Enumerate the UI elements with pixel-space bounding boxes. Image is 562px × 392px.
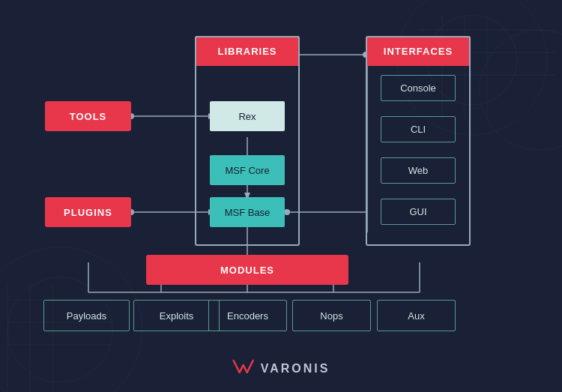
plugins-node: PLUGINS: [45, 197, 131, 227]
varonis-v-icon: [232, 359, 255, 379]
rex-node: Rex: [210, 101, 285, 131]
web-node: Web: [381, 157, 456, 184]
msf-base-node: MSF Base: [210, 197, 285, 227]
aux-node: Aux: [377, 300, 456, 331]
varonis-logo: VARONIS: [232, 359, 330, 379]
console-node: Console: [381, 75, 456, 101]
modules-node: MODULES: [146, 255, 348, 285]
exploits-node: Exploits: [133, 300, 220, 331]
cli-node: CLI: [381, 116, 456, 142]
tools-node: TOOLS: [45, 101, 131, 131]
varonis-name: VARONIS: [261, 362, 330, 376]
payloads-node: Payloads: [43, 300, 130, 331]
svg-point-2: [480, 30, 562, 150]
nops-node: Nops: [292, 300, 371, 331]
msf-core-node: MSF Core: [210, 155, 285, 185]
gui-node: GUI: [381, 199, 456, 225]
encoders-node: Encoders: [208, 300, 287, 331]
